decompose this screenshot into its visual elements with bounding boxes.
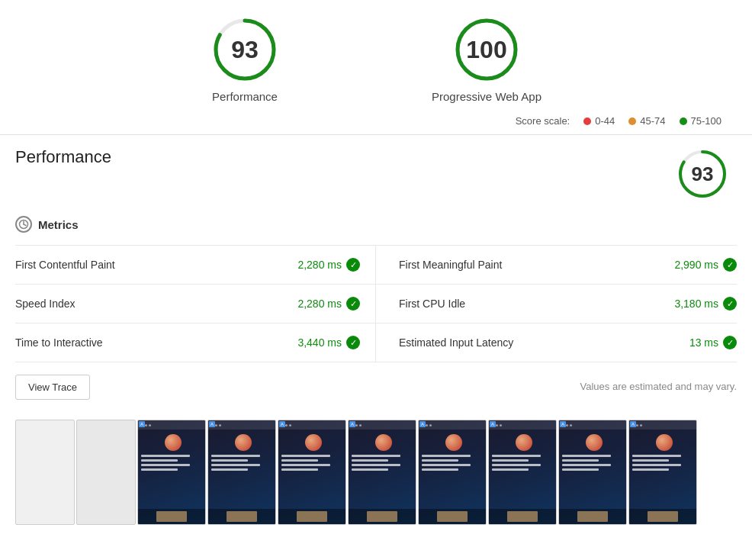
metric-tti-check: ✓ [346, 336, 360, 349]
estimated-note: Values are estimated and may vary. [580, 370, 737, 392]
scale-range-high: 75-100 [691, 115, 721, 127]
screenshot-thumb-1 [76, 420, 136, 525]
performance-score-card: 93 Performance [210, 15, 279, 103]
metric-eil-value: 13 ms [689, 336, 718, 349]
score-scale: Score scale: 0-44 45-74 75-100 [0, 111, 752, 134]
ss-badge-2: A [139, 421, 145, 427]
scale-item-high: 75-100 [680, 115, 721, 127]
metric-fcp: First Contentful Paint 2,280 ms ✓ [15, 246, 375, 285]
screenshots-strip: A A [15, 420, 737, 525]
screenshot-thumb-2: A [137, 420, 206, 525]
performance-header: Performance 93 [15, 147, 737, 201]
bottom-action-row: View Trace Values are estimated and may … [15, 362, 737, 412]
metric-tti-value-group: 3,440 ms ✓ [297, 336, 360, 349]
ss-badge-5: A [349, 421, 355, 427]
scale-item-mid: 45-74 [628, 115, 665, 127]
metric-eil: Estimated Input Latency 13 ms ✓ [376, 323, 737, 362]
section-divider [0, 134, 752, 135]
metric-si-check: ✓ [346, 297, 360, 311]
metric-fmp-check: ✓ [723, 258, 737, 272]
screenshot-thumb-5: A [348, 420, 416, 525]
performance-score-circle: 93 [210, 15, 279, 84]
metric-eil-name: Estimated Input Latency [399, 336, 513, 349]
metrics-grid: First Contentful Paint 2,280 ms ✓ Speed … [15, 245, 737, 362]
metric-eil-check: ✓ [723, 336, 737, 349]
metrics-col-left: First Contentful Paint 2,280 ms ✓ Speed … [15, 246, 376, 362]
pwa-score-circle: 100 [452, 15, 521, 84]
scale-item-low: 0-44 [583, 115, 615, 127]
ss-badge-7: A [490, 421, 496, 427]
scale-range-mid: 45-74 [640, 115, 665, 127]
screenshot-thumb-8: A [558, 420, 627, 525]
metric-tti-name: Time to Interactive [15, 336, 103, 349]
metrics-col-right: First Meaningful Paint 2,990 ms ✓ First … [376, 246, 737, 362]
performance-score-value: 93 [231, 36, 259, 64]
screenshot-thumb-3: A [207, 420, 276, 525]
metric-fcp-name: First Contentful Paint [15, 259, 115, 271]
ss-badge-8: A [560, 421, 566, 427]
screenshot-thumb-7: A [488, 420, 557, 525]
perf-mini-score-value: 93 [692, 163, 714, 186]
metric-eil-value-group: 13 ms ✓ [689, 336, 737, 349]
ss-badge-3: A [209, 421, 215, 427]
clock-svg [18, 219, 29, 230]
metric-fci-check: ✓ [723, 297, 737, 311]
metric-fci-name: First CPU Idle [399, 298, 465, 310]
screenshots-section: A A [0, 412, 752, 525]
screenshot-thumb-0 [15, 420, 75, 525]
view-trace-button[interactable]: View Trace [15, 375, 90, 400]
clock-icon [15, 216, 32, 233]
metric-fci: First CPU Idle 3,180 ms ✓ [376, 285, 737, 323]
scale-dot-low [583, 117, 591, 125]
scale-dot-mid [628, 117, 636, 125]
screenshot-thumb-4: A [278, 420, 346, 525]
metric-tti: Time to Interactive 3,440 ms ✓ [15, 323, 375, 362]
screenshot-thumb-6: A [418, 420, 487, 525]
metric-fmp-name: First Meaningful Paint [399, 259, 502, 271]
performance-score-label: Performance [212, 90, 278, 103]
pwa-score-label: Progressive Web App [432, 90, 542, 103]
metrics-header-row: Metrics [15, 216, 737, 233]
screenshot-thumb-9: A [628, 420, 697, 525]
ss-badge-6: A [419, 421, 426, 427]
metric-si: Speed Index 2,280 ms ✓ [15, 285, 375, 323]
scale-dot-high [680, 117, 687, 125]
metric-si-value-group: 2,280 ms ✓ [297, 297, 360, 311]
metrics-label: Metrics [38, 218, 79, 231]
performance-mini-circle: 93 [676, 147, 729, 201]
metric-fcp-value: 2,280 ms [297, 259, 342, 271]
metric-fcp-check: ✓ [346, 258, 360, 272]
metric-fmp-value: 2,990 ms [674, 259, 718, 271]
metric-si-name: Speed Index [15, 298, 76, 310]
metric-tti-value: 3,440 ms [297, 336, 342, 349]
performance-section-title: Performance [15, 147, 111, 167]
pwa-score-card: 100 Progressive Web App [432, 15, 542, 103]
metric-fmp: First Meaningful Paint 2,990 ms ✓ [376, 246, 737, 285]
metric-fci-value-group: 3,180 ms ✓ [674, 297, 737, 311]
scale-range-low: 0-44 [595, 115, 615, 127]
ss-badge-4: A [279, 421, 285, 427]
score-scale-label: Score scale: [516, 115, 570, 127]
scores-section: 93 Performance 100 Progressive Web App [0, 0, 752, 111]
metric-fcp-value-group: 2,280 ms ✓ [297, 258, 360, 272]
metric-fci-value: 3,180 ms [674, 298, 718, 310]
ss-badge-9: A [630, 421, 636, 427]
performance-section: Performance 93 Metrics First Contentful … [0, 147, 752, 412]
metric-si-value: 2,280 ms [297, 298, 342, 310]
svg-line-8 [24, 224, 26, 226]
metric-fmp-value-group: 2,990 ms ✓ [674, 258, 737, 272]
pwa-score-value: 100 [466, 36, 506, 64]
